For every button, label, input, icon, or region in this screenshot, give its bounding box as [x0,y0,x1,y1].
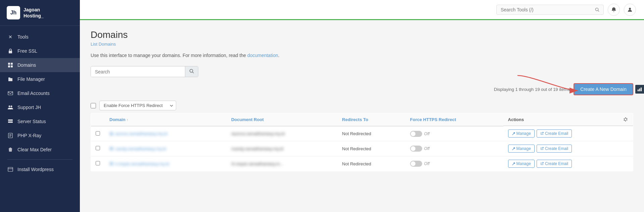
row-checkbox-cell [91,126,105,141]
chevron-down-icon [170,105,173,107]
force-https-toggle[interactable] [410,131,422,137]
sidebar-item-label: Server Status [17,119,46,124]
svg-rect-25 [639,89,640,91]
sidebar-item-file-manager[interactable]: File Manager [0,72,80,86]
toggle-knob [411,161,415,166]
profile-button[interactable] [624,4,636,16]
trash-icon [7,147,13,153]
search-row [91,66,633,77]
doc-root-cell: /aurora.ramadhaniasy.my.id [227,126,337,141]
search-tools-input[interactable] [501,7,592,12]
svg-point-20 [629,8,631,10]
email-icon [7,90,13,96]
sidebar-divider [7,159,72,160]
row-checkbox[interactable] [96,131,100,136]
sidebar: Jh Jagoan Hosting_ ✕ Tools Free SSL Doma… [0,0,80,212]
actions-cell: Manage Create Email [503,156,633,171]
logo-icon: Jh [7,6,20,19]
doc-root-cell: /candy.ramadhaniasy.my.id [227,141,337,156]
sidebar-item-server-status[interactable]: Server Status [0,114,80,128]
row-checkbox[interactable] [96,161,100,165]
page-content: Domains List Domains Use this interface … [80,20,644,212]
external-link-icon [540,132,544,135]
enable-force-https-button[interactable]: Enable Force HTTPS Redirect [100,101,167,110]
page-description: Use this interface to manage your domain… [91,53,633,58]
sidebar-item-email-accounts[interactable]: Email Accounts [0,86,80,100]
col-force-https: Force HTTPS Redirect [405,113,503,126]
sidebar-item-free-ssl[interactable]: Free SSL [0,44,80,58]
sidebar-logo: Jh Jagoan Hosting_ [0,0,80,26]
page-title: Domains [91,30,633,40]
bell-icon [611,7,616,12]
svg-point-21 [190,69,193,72]
table-row: h.impat.ramadhaniasy.my.id /h.impat.rama… [91,156,633,171]
force-https-dropdown-arrow[interactable] [167,102,176,109]
sidebar-item-label: Clear Max Defer [17,147,52,152]
gear-icon[interactable] [623,117,628,122]
sidebar-item-label: File Manager [17,76,45,82]
svg-rect-4 [11,65,13,67]
action-row: Displaying 1 through 19 out of 19 items … [91,83,633,95]
doc-root-cell: /h.impat.ramadhaniasy.m... [227,156,337,171]
display-info: Displaying 1 through 19 out of 19 items [494,87,569,92]
domain-search-wrap [91,66,198,77]
domain-link[interactable]: h.impat.ramadhaniasy.my.id [109,161,222,166]
force-https-button-group: Enable Force HTTPS Redirect [99,101,176,110]
force-https-cell: Off [405,156,503,171]
svg-point-18 [595,8,598,10]
redirects-to-cell: Not Redirected [337,141,405,156]
row-checkbox[interactable] [96,146,100,150]
force-https-toggle[interactable] [410,146,422,152]
domain-search-input[interactable] [91,67,185,77]
domain-link[interactable]: candy.ramadhaniasy.my.id [109,146,222,151]
force-https-cell: Off [405,126,503,141]
wrench-icon [512,132,515,135]
domain-cell: h.impat.ramadhaniasy.my.id [105,156,227,171]
php-xray-icon [7,132,13,139]
search-icon [189,69,194,73]
create-email-button[interactable]: Create Email [537,129,572,138]
redirects-to-cell: Not Redirected [337,126,405,141]
sidebar-item-php-xray[interactable]: PHP X-Ray [0,128,80,143]
manage-button[interactable]: Manage [508,129,535,138]
toggle-knob [411,146,415,151]
sidebar-item-label: Install Wordpress [17,167,54,172]
create-domain-button[interactable]: Create A New Domain [574,83,633,95]
main-content: Domains List Domains Use this interface … [80,0,644,212]
user-icon [627,7,633,12]
sidebar-item-label: Tools [17,34,29,40]
sidebar-item-support-jh[interactable]: Support JH [0,100,80,114]
external-link-icon [540,162,544,165]
sidebar-item-tools[interactable]: ✕ Tools [0,30,80,44]
ssl-icon [7,48,13,54]
breadcrumb[interactable]: List Domains [91,42,633,47]
domain-link[interactable]: aurora.ramadhaniasy.my.id [109,131,222,136]
sidebar-item-domains[interactable]: Domains [0,58,80,72]
search-tools-bar[interactable] [496,5,604,15]
svg-point-7 [11,106,12,107]
manage-button[interactable]: Manage [508,145,535,153]
toggle-wrap: Off [410,146,499,152]
logo-text: Jagoan Hosting_ [23,7,44,19]
svg-rect-26 [641,88,642,91]
create-email-button[interactable]: Create Email [537,145,572,153]
svg-point-10 [12,120,12,120]
action-buttons: Manage Create Email [508,145,628,153]
svg-rect-16 [8,167,13,171]
domain-search-button[interactable] [185,66,198,77]
sidebar-item-clear-max-defer[interactable]: Clear Max Defer [0,143,80,157]
documentation-link[interactable]: documentation [247,53,278,58]
chart-icon[interactable] [635,85,644,94]
force-https-toggle[interactable] [410,161,422,167]
svg-rect-0 [9,51,12,53]
sidebar-item-label: Free SSL [17,48,37,54]
manage-button[interactable]: Manage [508,160,535,168]
sidebar-item-label: Domains [17,62,36,68]
create-email-button[interactable]: Create Email [537,160,572,168]
notifications-button[interactable] [608,4,620,16]
col-domain[interactable]: Domain ↑ [105,113,227,126]
sidebar-item-install-wordpress[interactable]: Install Wordpress [0,162,80,176]
svg-rect-1 [8,63,10,65]
toolbar-row: Enable Force HTTPS Redirect [91,98,633,113]
select-all-checkbox[interactable] [91,103,96,108]
